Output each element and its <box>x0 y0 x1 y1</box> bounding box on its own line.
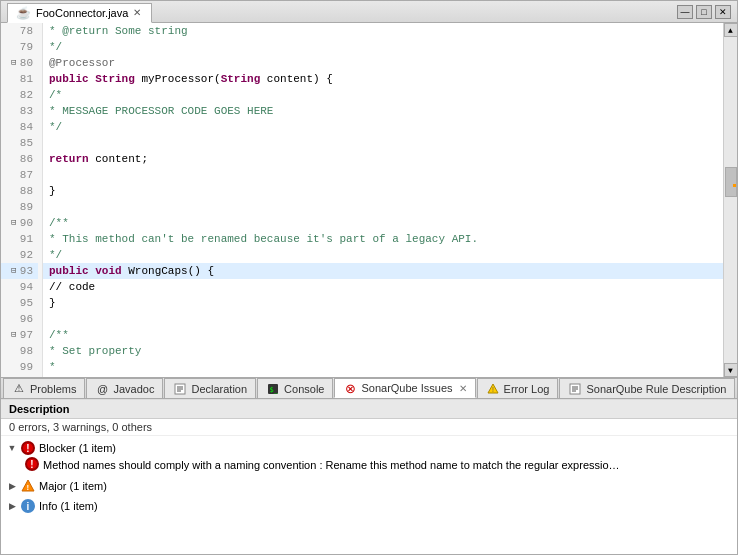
scroll-down[interactable]: ▼ <box>724 363 738 377</box>
code-line-86: return content; <box>43 151 723 167</box>
tab-sonarqube-rule[interactable]: SonarQube Rule Description <box>559 378 735 398</box>
token: @Processor <box>49 57 115 69</box>
token: content; <box>89 153 148 165</box>
code-line-79: */ <box>43 39 723 55</box>
code-line-80: @Processor <box>43 55 723 71</box>
issues-panel: Description 0 errors, 3 warnings, 0 othe… <box>1 399 737 554</box>
scroll-up[interactable]: ▲ <box>724 23 738 37</box>
tab-close-sonarqube[interactable]: ✕ <box>459 383 467 394</box>
issue-group-header-info[interactable]: ▶iInfo (1 item) <box>5 498 733 514</box>
token: public void <box>49 265 122 277</box>
token: * Set property <box>49 345 141 357</box>
tab-icon-problems: ⚠ <box>12 382 26 396</box>
code-line-98: * Set property <box>43 343 723 359</box>
token: content) { <box>260 73 333 85</box>
token: // code <box>49 281 95 293</box>
issue-item-text: Method names should comply with a naming… <box>43 457 623 473</box>
info-icon: i <box>21 499 35 513</box>
minimize-button[interactable]: — <box>677 5 693 19</box>
token: /* <box>49 89 62 101</box>
line-number-97: ⊟97 <box>1 327 38 343</box>
tab-label-problems: Problems <box>30 383 76 395</box>
line-number-90: ⊟90 <box>1 215 38 231</box>
code-line-78: * @return Some string <box>43 23 723 39</box>
line-number-85: 85 <box>1 135 38 151</box>
line-numbers: 7879⊟80818283848586878889⊟909192⊟9394959… <box>1 23 43 377</box>
expand-icon-blocker[interactable]: ▼ <box>7 443 17 453</box>
tab-icon-sonarqube-rule <box>568 382 582 396</box>
line-number-100: 100 <box>1 375 38 377</box>
svg-text:$_: $_ <box>270 386 279 394</box>
line-number-99: 99 <box>1 359 38 375</box>
code-line-87 <box>43 167 723 183</box>
line-number-78: 78 <box>1 23 38 39</box>
tab-sonarqube[interactable]: ⊗SonarQube Issues✕ <box>334 378 475 398</box>
window-controls: — □ ✕ <box>677 5 731 19</box>
scroll-thumb[interactable] <box>725 167 737 197</box>
editor-tab-label: FooConnector.java <box>36 7 128 19</box>
tab-label-declaration: Declaration <box>191 383 247 395</box>
line-number-80: ⊟80 <box>1 55 38 71</box>
token: String <box>221 73 261 85</box>
issue-group-header-major[interactable]: ▶!Major (1 item) <box>5 478 733 494</box>
code-line-100: * @param myProperty My property <box>43 375 723 377</box>
expand-icon-major[interactable]: ▶ <box>7 481 17 491</box>
fold-icon-80[interactable]: ⊟ <box>10 59 18 67</box>
tab-problems[interactable]: ⚠Problems <box>3 378 85 398</box>
issues-header: Description <box>1 400 737 419</box>
issues-list: ▼!Blocker (1 item)!Method names should c… <box>1 436 737 554</box>
line-number-84: 84 <box>1 119 38 135</box>
line-number-96: 96 <box>1 311 38 327</box>
code-line-91: * This method can't be renamed because i… <box>43 231 723 247</box>
tab-icon-console: $_ <box>266 382 280 396</box>
tab-declaration[interactable]: Declaration <box>164 378 256 398</box>
code-line-97: /** <box>43 327 723 343</box>
line-number-86: 86 <box>1 151 38 167</box>
code-line-96 <box>43 311 723 327</box>
code-line-83: * MESSAGE PROCESSOR CODE GOES HERE <box>43 103 723 119</box>
line-number-87: 87 <box>1 167 38 183</box>
tab-label-javadoc: Javadoc <box>113 383 154 395</box>
svg-text:!: ! <box>27 483 30 492</box>
code-content[interactable]: * @return Some string */ @Processor publ… <box>43 23 723 377</box>
main-window: ☕ FooConnector.java ✕ — □ ✕ 7879⊟8081828… <box>0 0 738 555</box>
token: * @return Some string <box>49 25 188 37</box>
code-line-94: // code <box>43 279 723 295</box>
scroll-track[interactable] <box>724 37 738 363</box>
blocker-icon: ! <box>21 441 35 455</box>
bottom-tabs-bar: ⚠Problems@JavadocDeclaration$_Console⊗So… <box>1 377 737 399</box>
editor-tab-close[interactable]: ✕ <box>133 7 141 18</box>
fold-icon-90[interactable]: ⊟ <box>10 219 18 227</box>
tab-errorlog[interactable]: !Error Log <box>477 378 559 398</box>
line-number-93: ⊟93 <box>1 263 38 279</box>
editor-scrollbar[interactable]: ▲ ▼ <box>723 23 737 377</box>
fold-icon-93[interactable]: ⊟ <box>10 267 18 275</box>
tab-label-errorlog: Error Log <box>504 383 550 395</box>
code-line-85 <box>43 135 723 151</box>
tab-console[interactable]: $_Console <box>257 378 333 398</box>
issue-group-major: ▶!Major (1 item) <box>1 476 737 496</box>
tab-icon-javadoc: @ <box>95 382 109 396</box>
token: */ <box>49 121 62 133</box>
close-button[interactable]: ✕ <box>715 5 731 19</box>
token: return <box>49 153 89 165</box>
token: * This method can't be renamed because i… <box>49 233 478 245</box>
tab-icon-sonarqube: ⊗ <box>343 381 357 395</box>
token: public <box>49 73 95 85</box>
file-icon: ☕ <box>16 6 31 20</box>
editor-area: 7879⊟80818283848586878889⊟909192⊟9394959… <box>1 23 737 377</box>
line-number-83: 83 <box>1 103 38 119</box>
editor-tab[interactable]: ☕ FooConnector.java ✕ <box>7 3 152 23</box>
maximize-button[interactable]: □ <box>696 5 712 19</box>
group-label-major: Major (1 item) <box>39 480 107 492</box>
line-number-79: 79 <box>1 39 38 55</box>
tab-javadoc[interactable]: @Javadoc <box>86 378 163 398</box>
code-line-90: /** <box>43 215 723 231</box>
code-line-84: */ <box>43 119 723 135</box>
tab-icon-declaration <box>173 382 187 396</box>
group-label-info: Info (1 item) <box>39 500 98 512</box>
issue-group-header-blocker[interactable]: ▼!Blocker (1 item) <box>5 440 733 456</box>
fold-icon-97[interactable]: ⊟ <box>10 331 18 339</box>
expand-icon-info[interactable]: ▶ <box>7 501 17 511</box>
issue-item[interactable]: !Method names should comply with a namin… <box>5 456 733 474</box>
